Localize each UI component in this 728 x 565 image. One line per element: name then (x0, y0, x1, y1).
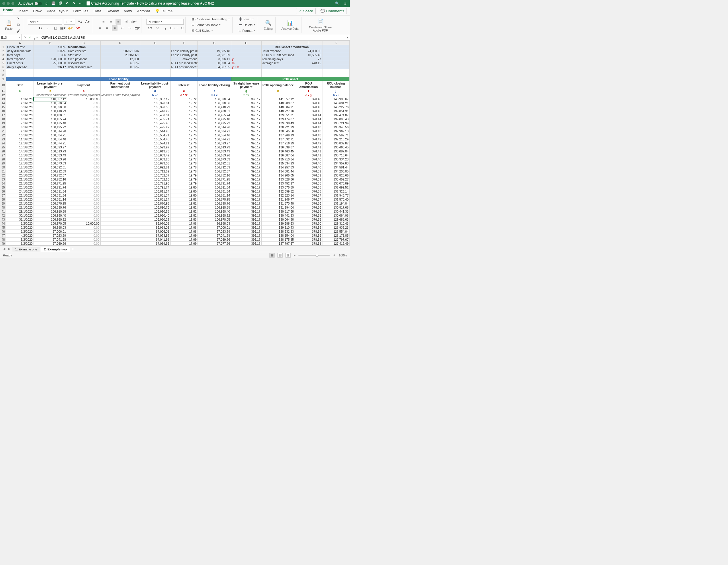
cell[interactable]: 97,059.96 (34, 242, 67, 246)
row-header[interactable]: 1 (0, 45, 6, 49)
cell[interactable]: 27/1/2020 (6, 202, 34, 206)
cell[interactable]: 19.75 (170, 137, 197, 141)
row-header[interactable]: 30 (0, 165, 6, 169)
row-header[interactable]: 24 (0, 141, 6, 145)
cell[interactable]: 0.00 (67, 121, 101, 125)
cell[interactable]: 106,930.40 (197, 210, 231, 214)
cell[interactable]: 0.00 (67, 226, 101, 230)
cell[interactable]: 7/1/2020 (6, 121, 34, 125)
cell[interactable] (6, 73, 34, 77)
formula-input[interactable] (39, 34, 345, 40)
cell[interactable]: 376.43 (295, 129, 322, 133)
cell[interactable]: 106,396.56 (197, 101, 231, 105)
cell[interactable] (100, 206, 140, 210)
merge-icon[interactable]: ⬒▾ (134, 25, 140, 31)
cell[interactable]: 140,227.76 (322, 105, 350, 109)
cell[interactable]: 19.79 (170, 173, 197, 177)
borders-button[interactable]: ▦▾ (60, 25, 66, 31)
cell[interactable] (322, 57, 350, 61)
row-header[interactable]: 10 (0, 81, 6, 89)
cell[interactable]: ROU & LL diff post mod (261, 53, 295, 57)
col-header-H[interactable]: H (231, 41, 261, 45)
cell[interactable]: 96,988.03 (140, 226, 170, 230)
cell[interactable]: Total expense (261, 49, 295, 53)
cell[interactable]: 97,006.01 (197, 226, 231, 230)
cell[interactable]: 106,653.26 (34, 157, 67, 161)
cell[interactable]: 4/1/2020 (6, 109, 34, 113)
col-header-J[interactable]: J (295, 41, 322, 45)
cell[interactable]: 19.83 (170, 218, 197, 222)
cut-icon[interactable]: ✂ (15, 16, 21, 22)
cell[interactable]: 127,419.49 (322, 242, 350, 246)
cell[interactable]: 131,570.40 (261, 202, 295, 206)
cell[interactable]: 19.79 (170, 177, 197, 181)
currency-icon[interactable]: $▾ (147, 25, 153, 31)
cell[interactable]: 376.42 (295, 137, 322, 141)
cell[interactable]: 106,534.71 (197, 129, 231, 133)
cell[interactable]: 19,885.48 (197, 49, 231, 53)
cell[interactable]: 106,752.16 (197, 173, 231, 177)
cell[interactable]: 106,376.84 (140, 101, 170, 105)
cell[interactable] (322, 61, 350, 65)
cell[interactable] (100, 230, 140, 234)
cell[interactable]: 376.37 (295, 194, 322, 198)
cell[interactable]: 396.17 (231, 194, 261, 198)
dec-decimal-icon[interactable]: ←.0 (177, 25, 183, 31)
row-header[interactable]: 15 (0, 105, 6, 109)
cell[interactable] (170, 69, 197, 73)
cell[interactable]: 23,881.59 (197, 53, 231, 57)
cell[interactable]: 17.98 (170, 226, 197, 230)
cell[interactable]: 120,000.00 (34, 57, 67, 61)
view-normal-icon[interactable]: ▦ (269, 253, 275, 258)
cell[interactable]: 97,041.98 (140, 238, 170, 242)
cell[interactable] (231, 45, 261, 49)
cell[interactable]: Start date (67, 53, 101, 57)
cell[interactable]: 0.00 (67, 194, 101, 198)
cell[interactable] (170, 73, 197, 77)
cell[interactable]: 106,613.73 (140, 149, 170, 153)
cell[interactable]: 396.17 (231, 226, 261, 230)
cell[interactable]: 376.41 (295, 153, 322, 157)
cell[interactable]: 139,098.43 (322, 117, 350, 121)
cell[interactable]: 0.00 (67, 230, 101, 234)
cell[interactable] (322, 53, 350, 57)
cell[interactable]: Date (6, 81, 34, 89)
share-button[interactable]: ↗ Share (296, 8, 316, 14)
cell[interactable] (100, 157, 140, 161)
save-icon[interactable]: 💾 (51, 1, 56, 5)
cell[interactable]: 30/1/2020 (6, 214, 34, 218)
cell[interactable]: 26/1/2020 (6, 198, 34, 202)
cell[interactable]: 376.44 (295, 117, 322, 121)
cell[interactable]: 376.41 (295, 149, 322, 153)
cell[interactable]: 376.35 (295, 214, 322, 218)
cell[interactable]: 25/1/2020 (6, 194, 34, 198)
row-header[interactable]: 11 (0, 89, 6, 93)
cell[interactable]: daily discount rate (6, 49, 34, 53)
cell[interactable]: 396.17 (231, 177, 261, 181)
cell[interactable]: 97,041.98 (34, 238, 67, 242)
row-header[interactable]: 22 (0, 133, 6, 137)
cell[interactable]: 106,613.73 (34, 149, 67, 153)
cell[interactable] (100, 45, 140, 49)
cell[interactable]: 129,310.43 (261, 226, 295, 230)
cell[interactable] (100, 194, 140, 198)
view-page-layout-icon[interactable]: ▤ (277, 253, 283, 258)
cell[interactable]: 130,441.33 (261, 214, 295, 218)
cell[interactable]: movement (170, 57, 197, 61)
cell[interactable]: 139,851.31 (261, 113, 295, 117)
cell[interactable]: 376.44 (295, 113, 322, 117)
cell[interactable]: 0.00 (67, 214, 101, 218)
cell[interactable]: 106,890.76 (34, 206, 67, 210)
cell[interactable] (100, 141, 140, 145)
row-header[interactable]: 39 (0, 202, 6, 206)
insert-cells-button[interactable]: ➕ Insert ▾ (237, 17, 255, 22)
cell[interactable]: 106,475.48 (197, 117, 231, 121)
cell[interactable]: 106,673.03 (197, 157, 231, 161)
cell[interactable] (197, 69, 231, 73)
col-header-G[interactable]: G (197, 41, 231, 45)
cell[interactable]: 19.73 (170, 109, 197, 113)
cell[interactable] (100, 161, 140, 165)
cell[interactable] (100, 189, 140, 194)
more-icon[interactable]: ⋯ (79, 1, 83, 5)
row-header[interactable]: 34 (0, 181, 6, 185)
